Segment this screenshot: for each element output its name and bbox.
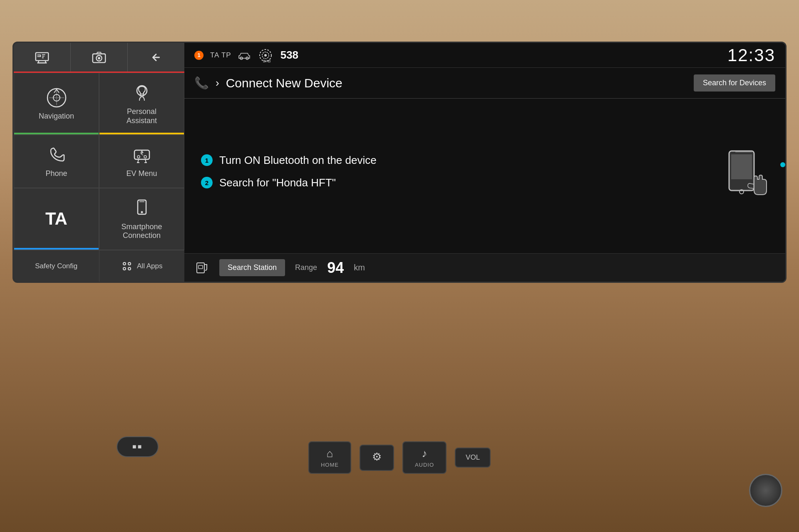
personal-assistant-bar — [99, 133, 184, 134]
search-for-devices-button[interactable]: Search for Devices — [694, 74, 775, 92]
svg-point-13 — [137, 156, 140, 158]
bluetooth-instructions: 1 Turn ON Bluetooth on the device 2 Sear… — [184, 99, 785, 253]
audio-label: AUDIO — [415, 462, 434, 468]
step-2-item: 2 Search for "Honda HFT" — [201, 176, 702, 190]
blue-dot-indicator — [780, 162, 785, 167]
step-2-text: Search for "Honda HFT" — [219, 176, 336, 190]
svg-rect-33 — [199, 265, 203, 269]
alert-indicator: 1 — [194, 51, 203, 60]
dab-icon: DAB — [257, 48, 274, 63]
vol-control[interactable]: VOL — [455, 448, 491, 468]
status-left-group: 1 TA TP DAB 538 — [194, 48, 298, 63]
camera-button[interactable] — [71, 43, 128, 72]
all-apps-icon — [121, 260, 133, 272]
menu-grid: Navigation PersonalAssistant — [14, 73, 184, 250]
phone-button[interactable]: Phone — [14, 135, 99, 188]
home-label: HOME — [321, 462, 339, 468]
ta-label: TA — [45, 208, 67, 229]
left-menu-panel: Navigation PersonalAssistant — [14, 43, 184, 282]
infotainment-screen: Navigation PersonalAssistant — [12, 42, 787, 283]
volume-knob[interactable] — [749, 474, 782, 507]
top-icon-bar — [14, 43, 184, 73]
phone-illustration — [719, 147, 769, 205]
personal-assistant-button[interactable]: PersonalAssistant — [99, 73, 184, 135]
svg-point-18 — [123, 262, 126, 265]
svg-point-16 — [141, 211, 143, 213]
settings-button[interactable]: ⚙ — [360, 445, 394, 471]
svg-point-21 — [128, 267, 131, 270]
steps-list: 1 Turn ON Bluetooth on the device 2 Sear… — [201, 153, 702, 198]
svg-point-20 — [123, 267, 126, 270]
step-1-circle: 1 — [201, 154, 213, 166]
smartphone-connection-button[interactable]: SmartphoneConnection — [99, 188, 184, 250]
main-content-panel: 1 TA TP DAB 538 12:33 — [184, 43, 785, 282]
audio-icon: ♪ — [422, 447, 427, 460]
navigation-label: Navigation — [39, 112, 74, 121]
smartphone-connection-label: SmartphoneConnection — [121, 223, 162, 240]
audio-button[interactable]: ♪ AUDIO — [402, 441, 447, 474]
svg-rect-32 — [197, 263, 204, 273]
navigation-bar — [14, 133, 99, 134]
connect-title-group: 📞 › Connect New Device — [194, 76, 342, 90]
svg-point-6 — [98, 57, 100, 59]
range-value: 94 — [327, 259, 344, 277]
fuel-pump-icon — [194, 260, 209, 275]
vol-label: VOL — [466, 453, 480, 462]
settings-icon: ⚙ — [372, 450, 382, 463]
ta-button[interactable]: TA — [14, 188, 99, 250]
ta-bar — [14, 248, 99, 250]
all-apps-button[interactable]: All Apps — [99, 250, 185, 282]
safety-config-button[interactable]: Safety Config — [14, 250, 99, 282]
range-label: Range — [295, 263, 317, 272]
screen-toggle-button[interactable] — [14, 43, 71, 72]
svg-point-14 — [144, 156, 146, 158]
svg-point-26 — [264, 54, 267, 57]
back-button[interactable] — [128, 43, 184, 72]
home-button[interactable]: ⌂ HOME — [308, 441, 351, 474]
status-bar: 1 TA TP DAB 538 12:33 — [184, 43, 785, 68]
personal-assistant-label: PersonalAssistant — [127, 107, 157, 125]
range-unit: km — [354, 263, 365, 272]
connect-header: 📞 › Connect New Device Search for Device… — [184, 68, 785, 99]
svg-text:DAB: DAB — [263, 59, 271, 63]
search-station-button[interactable]: Search Station — [219, 259, 285, 276]
phone-label: Phone — [45, 169, 67, 178]
bottom-row: Safety Config All Apps — [14, 250, 184, 282]
left-seat-button[interactable]: ■■ — [117, 436, 159, 457]
car-icon — [238, 51, 251, 60]
home-icon: ⌂ — [327, 447, 333, 460]
safety-config-label: Safety Config — [35, 262, 77, 270]
navigation-button[interactable]: Navigation — [14, 73, 99, 135]
dab-frequency: 538 — [280, 49, 298, 62]
step-1-text: Turn ON Bluetooth on the device — [219, 153, 377, 168]
ev-menu-label: EV Menu — [126, 169, 157, 178]
phone-connect-icon: 📞 — [194, 76, 209, 90]
bottom-status-bar: Search Station Range 94 km — [184, 253, 785, 282]
svg-rect-29 — [731, 154, 752, 179]
step-1-item: 1 Turn ON Bluetooth on the device — [201, 153, 702, 168]
connect-new-device-title: Connect New Device — [226, 76, 342, 90]
physical-controls-area: ■■ ⌂ HOME ⚙ ♪ AUDIO VOL — [0, 391, 799, 532]
ev-menu-button[interactable]: EV Menu — [99, 135, 184, 188]
all-apps-label: All Apps — [137, 262, 162, 270]
step-2-circle: 2 — [201, 177, 213, 188]
clock-display: 12:33 — [727, 45, 775, 65]
seat-button-label: ■■ — [132, 443, 143, 450]
chevron-icon: › — [216, 77, 219, 89]
svg-point-19 — [128, 262, 131, 265]
ta-tp-label: TA TP — [210, 51, 231, 59]
